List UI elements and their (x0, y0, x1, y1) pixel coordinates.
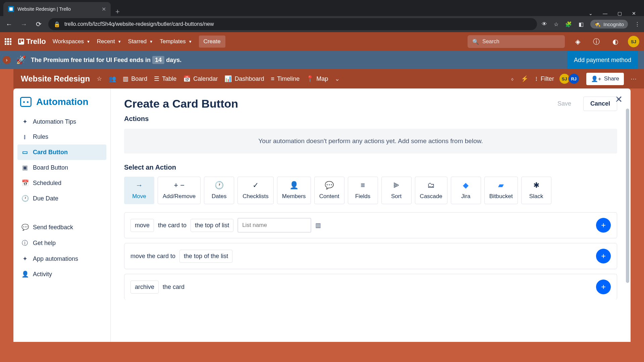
sidebar-get-help[interactable]: ⓘGet help (17, 235, 106, 251)
tile-add-remove[interactable]: + −Add/Remove (158, 177, 201, 204)
starred-menu[interactable]: Starred▼ (128, 38, 153, 45)
trello-logo[interactable]: Trello (18, 37, 46, 46)
automation-icon[interactable]: ⚡ (521, 75, 528, 82)
add-action-button[interactable]: + (596, 218, 611, 233)
eye-off-icon[interactable]: 👁 (542, 21, 547, 27)
chevron-down-icon: ▼ (118, 40, 121, 44)
board-picker-icon[interactable]: ▥ (315, 222, 321, 229)
check-icon: ✓ (253, 181, 259, 190)
chevron-down-icon: ▼ (149, 40, 153, 44)
view-table[interactable]: ☰Table (154, 75, 176, 82)
back-icon[interactable]: ← (4, 20, 14, 28)
text-move-card-to: move the card to (130, 253, 175, 260)
visibility-icon[interactable]: 👥 (109, 75, 116, 82)
expand-sidebar-button[interactable]: › (3, 56, 11, 64)
view-map[interactable]: 📍Map (306, 75, 328, 82)
chip-move[interactable]: move (130, 219, 154, 232)
arrow-right-icon: → (136, 181, 143, 190)
action-row-2: move the card to the top of the list + (124, 243, 617, 269)
tile-fields[interactable]: ≡Fields (348, 177, 378, 204)
tile-content[interactable]: 💬Content (314, 177, 344, 204)
star-board-icon[interactable]: ☆ (97, 75, 102, 82)
sidebar-board-button[interactable]: ▣Board Button (17, 160, 106, 175)
filter-button[interactable]: ⫶Filter (535, 75, 554, 82)
app-switcher-icon[interactable] (5, 38, 11, 45)
chip-top-of-list[interactable]: the top of the list (179, 250, 232, 263)
view-dashboard[interactable]: 📊Dashboard (224, 75, 264, 82)
close-window-icon[interactable]: ✕ (632, 11, 636, 16)
view-board[interactable]: ▥Board (123, 75, 147, 82)
add-action-button[interactable]: + (596, 280, 611, 294)
cascade-icon: 🗂 (427, 181, 435, 190)
more-views-icon[interactable]: ⌄ (335, 75, 340, 82)
minimize-icon[interactable]: — (603, 11, 607, 16)
incognito-label: Incognito (603, 21, 624, 27)
list-name-input[interactable] (237, 218, 311, 233)
reload-icon[interactable]: ⟳ (34, 20, 44, 28)
scrollbar[interactable] (626, 109, 629, 283)
theme-icon[interactable]: ◐ (609, 36, 621, 48)
cancel-button[interactable]: Cancel (583, 97, 617, 111)
tile-cascade[interactable]: 🗂Cascade (415, 177, 447, 204)
browser-tab[interactable]: Website Redesign | Trello ✕ (3, 2, 111, 16)
sidebar-send-feedback[interactable]: 💬Send feedback (17, 220, 106, 235)
timeline-view-icon: ≡ (271, 75, 274, 82)
share-button[interactable]: 👤+Share (586, 73, 624, 85)
table-view-icon: ☰ (154, 75, 159, 82)
extensions-icon[interactable]: 🧩 (565, 21, 572, 27)
board-menu-icon[interactable]: ⋯ (631, 75, 637, 82)
maximize-icon[interactable]: ▢ (618, 11, 622, 16)
address-bar[interactable]: 🔒 trello.com/b/lzcfSh4q/website-redesign… (48, 18, 537, 30)
sidebar-rules[interactable]: ⫿Rules (17, 129, 106, 144)
help-icon[interactable]: ⓘ (590, 36, 602, 48)
add-action-button[interactable]: + (596, 249, 611, 263)
tile-sort[interactable]: ⫸Sort (381, 177, 412, 204)
workspaces-menu[interactable]: Workspaces▼ (53, 38, 90, 45)
tile-move[interactable]: →Move (124, 177, 154, 204)
sidebar-automation-tips[interactable]: ✦Automation Tips (17, 114, 106, 129)
member-avatar[interactable]: RJ (568, 73, 580, 84)
view-calendar[interactable]: 📅Calendar (183, 75, 218, 82)
new-tab-button[interactable]: + (111, 7, 124, 16)
dashboard-view-icon: 📊 (224, 75, 232, 82)
sidebar-due-date[interactable]: 🕐Due Date (17, 191, 106, 206)
calendar-view-icon: 📅 (183, 75, 191, 82)
templates-menu[interactable]: Templates▼ (160, 38, 192, 45)
save-button[interactable]: Save (551, 97, 578, 111)
sparkle-icon: ✦ (21, 118, 28, 125)
side-panel-icon[interactable]: ◧ (579, 21, 584, 27)
bitbucket-icon: ▰ (498, 181, 504, 190)
recent-menu[interactable]: Recent▼ (97, 38, 121, 45)
tile-bitbucket[interactable]: ▰Bitbucket (484, 177, 518, 204)
sidebar-card-button[interactable]: ▭Card Button (17, 144, 106, 160)
notifications-icon[interactable]: ◈ (572, 36, 584, 48)
tile-dates[interactable]: 🕐Dates (204, 177, 234, 204)
url-text: trello.com/b/lzcfSh4q/website-redesign/b… (64, 21, 214, 27)
tile-slack[interactable]: ✱Slack (521, 177, 551, 204)
create-button[interactable]: Create (199, 36, 225, 48)
rules-icon: ⫿ (21, 133, 28, 140)
add-payment-button[interactable]: Add payment method (567, 51, 638, 69)
incognito-badge[interactable]: 🕵 Incognito (590, 20, 628, 28)
chip-position[interactable]: the top of list (191, 219, 233, 232)
sidebar-scheduled[interactable]: 📅Scheduled (17, 175, 106, 191)
view-timeline[interactable]: ≡Timeline (271, 75, 300, 82)
tab-search-icon[interactable]: ⌄ (589, 11, 593, 16)
tile-members[interactable]: 👤Members (277, 177, 311, 204)
sidebar-activity[interactable]: 👤Activity (17, 266, 106, 282)
chip-archive[interactable]: archive (130, 281, 159, 294)
search-input[interactable]: 🔍 Search (468, 35, 565, 48)
bookmark-star-icon[interactable]: ☆ (554, 21, 558, 27)
account-avatar[interactable]: SJ (628, 36, 639, 47)
tile-jira[interactable]: ◆Jira (451, 177, 481, 204)
board-members[interactable]: SJ RJ (561, 73, 580, 84)
sidebar-app-automations[interactable]: ✦App automations (17, 251, 106, 266)
select-action-heading: Select an Action (124, 164, 617, 171)
browser-menu-icon[interactable]: ⋮ (635, 21, 640, 27)
board-view-icon: ▥ (123, 75, 128, 82)
activity-icon: 👤 (21, 270, 28, 278)
power-ups-icon[interactable]: ⬨ (511, 75, 514, 82)
tile-checklists[interactable]: ✓Checklists (237, 177, 273, 204)
close-tab-icon[interactable]: ✕ (102, 6, 106, 12)
empty-actions-message: Your automation doesn't perform any acti… (124, 129, 617, 154)
